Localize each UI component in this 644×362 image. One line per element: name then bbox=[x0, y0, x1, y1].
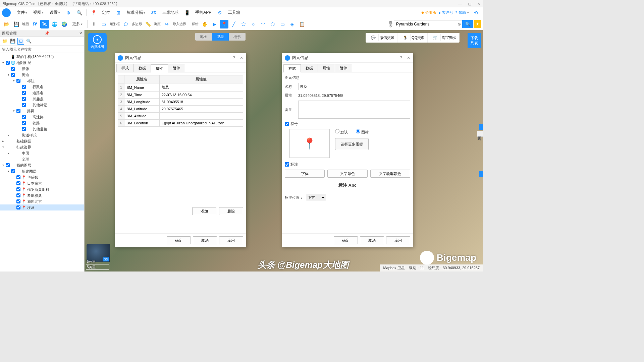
marker-icon[interactable]: 📍 bbox=[220, 20, 228, 28]
menu-mobile[interactable]: 手机APP bbox=[193, 8, 214, 17]
line-icon[interactable]: ╱ bbox=[229, 20, 238, 28]
tag-icon[interactable]: ◈ bbox=[288, 20, 297, 28]
tree-checkbox[interactable] bbox=[22, 91, 26, 95]
tree-item[interactable]: ▾路网 bbox=[0, 108, 84, 114]
tree-item[interactable]: 铁路 bbox=[0, 120, 84, 126]
layer-search-input[interactable] bbox=[0, 46, 84, 53]
find-icon[interactable]: 🔍 bbox=[25, 38, 32, 45]
symbol-checkbox[interactable] bbox=[285, 122, 289, 126]
tree-checkbox[interactable] bbox=[6, 61, 10, 65]
import-icon[interactable]: ↪ bbox=[162, 20, 171, 28]
tree-item[interactable]: ▾标注 bbox=[0, 78, 84, 84]
apply-button[interactable]: 应用 bbox=[219, 236, 243, 244]
ok-button[interactable]: 确定 bbox=[167, 236, 191, 244]
tree-item[interactable]: 📍希腊雅典 bbox=[0, 192, 84, 198]
basemap-tab[interactable]: 卫星 bbox=[212, 33, 229, 41]
folder-icon[interactable]: 📁 bbox=[1, 38, 8, 45]
menu-toolbox[interactable]: 工具箱 bbox=[225, 8, 243, 17]
open-icon[interactable]: 📂 bbox=[2, 20, 11, 28]
mobile-icon[interactable]: 📱 bbox=[183, 9, 191, 16]
delete-button[interactable]: 删除 bbox=[219, 207, 243, 215]
enterprise-link[interactable]: ◆企业版 bbox=[421, 10, 436, 15]
tree-checkbox[interactable] bbox=[11, 67, 15, 71]
search-button[interactable]: 🔍 bbox=[462, 20, 473, 28]
dialog-titlebar[interactable]: 图元信息 ?✕ bbox=[282, 53, 413, 63]
tree-item[interactable]: ▸街道样式 bbox=[0, 132, 84, 138]
menu-settings[interactable]: 设置▾ bbox=[47, 8, 63, 17]
tree-checkbox[interactable] bbox=[22, 115, 26, 119]
dialog-tab[interactable]: 附件 bbox=[168, 64, 185, 72]
shape1-icon[interactable]: ⬠ bbox=[239, 20, 248, 28]
tree-item[interactable]: 📍日本东京 bbox=[0, 180, 84, 186]
label-checkbox[interactable] bbox=[285, 162, 289, 167]
table-row[interactable]: 5BM_Altitude bbox=[118, 113, 243, 120]
tree-checkbox[interactable] bbox=[16, 193, 20, 197]
apply-button[interactable]: 应用 bbox=[386, 236, 410, 244]
tree-item[interactable]: 📱我的手机(139****4474) bbox=[0, 54, 84, 60]
close-icon[interactable]: ✕ bbox=[477, 2, 480, 6]
tree-item[interactable]: 📍华盛顿 bbox=[0, 174, 84, 180]
tree-checkbox[interactable] bbox=[16, 175, 20, 179]
maximize-icon[interactable]: ▢ bbox=[468, 2, 471, 6]
menu-globe[interactable]: 三维地球 bbox=[160, 8, 181, 17]
table-row[interactable]: 4BM_Latitude29.97575465 bbox=[118, 106, 243, 113]
ruler-icon[interactable]: 📏 bbox=[144, 20, 152, 28]
tree-checkbox[interactable] bbox=[11, 73, 15, 77]
tree-item[interactable]: 📍我国北京 bbox=[0, 198, 84, 204]
clear-icon[interactable]: ⊗ bbox=[458, 22, 461, 26]
tree-item[interactable]: 全球 bbox=[0, 156, 84, 162]
minimize-icon[interactable]: — bbox=[458, 2, 462, 6]
layer1-icon[interactable]: 🗺 bbox=[31, 20, 39, 28]
dialog-tab[interactable]: 数据 bbox=[133, 64, 151, 72]
rect2-icon[interactable]: ▭ bbox=[278, 20, 287, 28]
save-icon[interactable]: 💾 bbox=[12, 20, 20, 28]
table-row[interactable]: 3BM_Longitude31.09405518 bbox=[118, 99, 243, 106]
tree-checkbox[interactable] bbox=[16, 79, 20, 83]
close-icon[interactable]: ✕ bbox=[407, 56, 410, 60]
ok-button[interactable]: 确定 bbox=[334, 236, 358, 244]
tree-item[interactable]: ▾街道 bbox=[0, 72, 84, 78]
tree-checkbox[interactable] bbox=[22, 127, 26, 131]
help-icon[interactable]: ? bbox=[233, 56, 235, 60]
favorite-button[interactable]: ★ bbox=[474, 20, 481, 28]
polygon-icon[interactable]: ⬠ bbox=[121, 20, 130, 28]
help-icon[interactable]: ? bbox=[400, 56, 402, 60]
radio-default[interactable]: 默认 bbox=[335, 129, 348, 135]
menu-file[interactable]: 文件▾ bbox=[14, 8, 30, 17]
account-link[interactable]: ●客户号 bbox=[438, 10, 453, 15]
tree-checkbox[interactable] bbox=[22, 121, 26, 125]
select-map-button[interactable]: ✦ 选择地图 bbox=[88, 33, 107, 52]
globe2-icon[interactable]: 🌍 bbox=[60, 20, 68, 28]
dialog-tab[interactable]: 数据 bbox=[301, 64, 318, 72]
text-color-button[interactable]: 文字颜色 bbox=[327, 170, 367, 178]
tree-item[interactable]: 影像 bbox=[0, 66, 84, 72]
tree-item[interactable]: ▾我的图层 bbox=[0, 162, 84, 168]
curve-icon[interactable]: 〰 bbox=[259, 20, 267, 28]
locate-icon[interactable]: 📍 bbox=[90, 9, 97, 16]
pan-icon[interactable]: ✋ bbox=[200, 20, 209, 28]
tool-list-panel[interactable]: 工具列表 bbox=[477, 131, 483, 137]
tree-checkbox[interactable] bbox=[16, 199, 20, 203]
tree-item[interactable]: ▸基础数据 bbox=[0, 138, 84, 144]
note-icon[interactable]: 📋 bbox=[298, 20, 306, 28]
search-input[interactable] bbox=[394, 20, 464, 28]
menu-3d[interactable]: 3D bbox=[149, 9, 159, 16]
dialog-tab[interactable]: 属性 bbox=[318, 64, 335, 72]
tree-item[interactable]: 其他标记 bbox=[0, 102, 84, 108]
help-link[interactable]: ?帮助▾ bbox=[455, 10, 469, 15]
table-row[interactable]: 6BM_LocationEgypt Al Jizah Unorganized i… bbox=[118, 120, 243, 127]
menu-grid[interactable]: 标准分幅▾ bbox=[124, 8, 148, 17]
expand-handle-icon[interactable]: ‹ bbox=[479, 124, 483, 130]
tree-item[interactable]: ▸中国 bbox=[0, 150, 84, 156]
tree-checkbox[interactable] bbox=[22, 103, 26, 107]
download-icon[interactable]: ⬇ bbox=[90, 20, 98, 28]
circle-icon[interactable]: ○ bbox=[249, 20, 258, 28]
remark-input[interactable] bbox=[298, 101, 410, 119]
tree-item[interactable]: 高速路 bbox=[0, 114, 84, 120]
tree-item[interactable]: 其他道路 bbox=[0, 126, 84, 132]
tree-item[interactable]: 兴趣点 bbox=[0, 96, 84, 102]
cancel-button[interactable]: 取消 bbox=[193, 236, 217, 244]
tree-checkbox[interactable] bbox=[16, 205, 20, 209]
outline-color-button[interactable]: 文字轮廓颜色 bbox=[370, 170, 410, 178]
name-input[interactable] bbox=[298, 83, 410, 90]
